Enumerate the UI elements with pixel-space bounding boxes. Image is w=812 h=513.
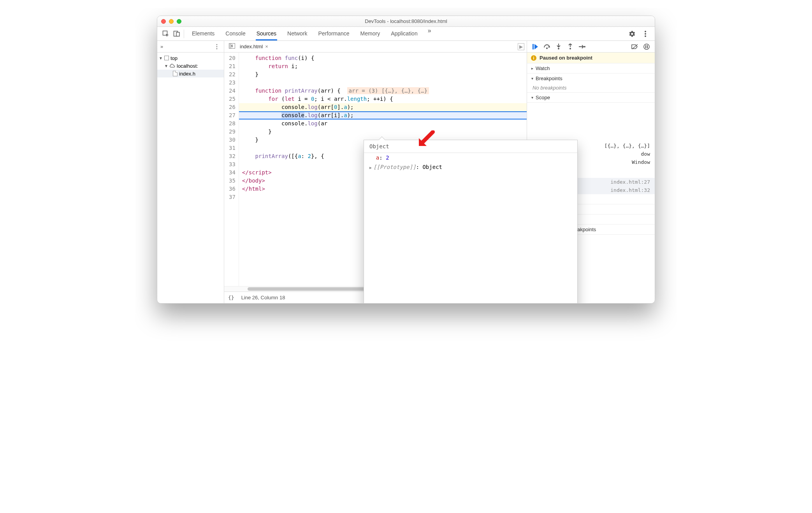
navigator-menu-icon[interactable] [213, 43, 221, 51]
svg-point-15 [584, 46, 585, 47]
tab-application[interactable]: Application [390, 27, 418, 40]
tree-row-file[interactable]: index.h [157, 70, 224, 77]
popup-property-row[interactable]: a: 2 [364, 153, 577, 162]
tab-sources[interactable]: Sources [256, 27, 277, 40]
info-icon: i [531, 55, 536, 61]
svg-point-8 [216, 48, 218, 49]
tree-row-top[interactable]: ▼ top [157, 54, 224, 62]
tab-memory[interactable]: Memory [360, 27, 381, 40]
svg-line-16 [632, 44, 638, 49]
popup-title: Object [364, 140, 577, 153]
cursor-position-label: Line 26, Column 18 [241, 295, 285, 300]
device-toggle-icon[interactable] [173, 30, 181, 38]
kebab-menu-icon[interactable] [642, 30, 649, 38]
svg-rect-18 [645, 45, 646, 48]
line-gutter: 202122232425262728293031323334353637 [224, 53, 239, 286]
file-icon [173, 71, 178, 76]
tab-performance[interactable]: Performance [317, 27, 350, 40]
step-out-button[interactable] [567, 43, 574, 50]
svg-rect-10 [229, 44, 231, 49]
svg-point-5 [645, 35, 646, 37]
frame-icon [164, 56, 169, 60]
devtools-toolbar: Elements Console Sources Network Perform… [157, 27, 655, 41]
deactivate-breakpoints-button[interactable] [631, 43, 638, 50]
paused-banner: i Paused on breakpoint [527, 53, 655, 63]
toggle-debugger-pane-icon[interactable]: ▶ [518, 43, 524, 50]
tab-console[interactable]: Console [225, 27, 246, 40]
resume-button[interactable] [532, 43, 539, 50]
tree-row-origin[interactable]: ▼ localhost: [157, 62, 224, 70]
svg-rect-11 [533, 44, 534, 49]
watch-label: Watch [536, 65, 550, 71]
window-zoom-button[interactable] [177, 19, 181, 24]
pause-on-exceptions-button[interactable] [643, 43, 650, 50]
popup-prototype-row[interactable]: ▶[[Prototype]]: Object [364, 162, 577, 172]
window-minimize-button[interactable] [169, 19, 174, 24]
scope-section[interactable]: ▾ Scope [527, 93, 655, 103]
tree-top-label: top [170, 55, 178, 61]
file-tab-label: index.html [240, 44, 263, 49]
window-title: DevTools - localhost:8080/index.html [365, 18, 447, 24]
svg-point-12 [546, 47, 548, 49]
caret-down-icon: ▼ [159, 56, 163, 60]
file-tree: ▼ top ▼ localhost: index.h [157, 53, 224, 79]
step-into-button[interactable] [555, 43, 562, 50]
svg-point-17 [644, 44, 649, 49]
toggle-navigator-icon[interactable] [227, 43, 237, 50]
devtools-window: DevTools - localhost:8080/index.html Ele… [157, 16, 655, 304]
svg-rect-2 [176, 32, 179, 36]
tab-network[interactable]: Network [286, 27, 308, 40]
breakpoints-section[interactable]: ▾ Breakpoints No breakpoints [527, 74, 655, 93]
watch-section[interactable]: ▸ Watch [527, 63, 655, 74]
svg-point-14 [569, 48, 571, 49]
caret-down-icon: ▼ [164, 64, 168, 68]
titlebar: DevTools - localhost:8080/index.html [157, 16, 655, 27]
svg-point-6 [216, 44, 218, 45]
svg-point-7 [216, 46, 218, 47]
navigator-panel: » ▼ top ▼ localhost: [157, 41, 224, 303]
scope-label: Scope [536, 95, 550, 100]
tree-origin-label: localhost: [177, 63, 198, 69]
pretty-print-button[interactable]: {} [228, 295, 234, 300]
svg-point-13 [558, 48, 559, 49]
breakpoints-label: Breakpoints [536, 76, 562, 81]
close-tab-icon[interactable]: × [265, 44, 268, 49]
paused-text: Paused on breakpoint [540, 55, 592, 61]
caret-right-icon: ▶ [369, 165, 373, 170]
tabs-overflow-button[interactable]: » [428, 27, 431, 40]
inspect-element-icon[interactable] [162, 30, 170, 38]
svg-point-3 [645, 31, 646, 32]
step-over-button[interactable] [543, 43, 550, 50]
annotation-arrow-icon [417, 130, 435, 148]
file-tab[interactable]: index.html × [237, 44, 271, 49]
svg-rect-19 [647, 45, 648, 48]
settings-gear-icon[interactable] [628, 30, 636, 38]
tree-file-label: index.h [179, 71, 195, 77]
window-close-button[interactable] [161, 19, 166, 24]
caret-right-icon: ▸ [530, 66, 534, 70]
panel-tabs: Elements Console Sources Network Perform… [191, 27, 628, 40]
svg-point-4 [645, 33, 646, 35]
caret-down-icon: ▾ [530, 95, 534, 100]
caret-down-icon: ▾ [530, 76, 534, 81]
debugger-toolbar [527, 41, 655, 53]
step-button[interactable] [578, 43, 585, 50]
traffic-lights [161, 19, 181, 24]
preview-popup: Object a: 2 ▶[[Prototype]]: Object [364, 140, 578, 304]
tab-elements[interactable]: Elements [191, 27, 215, 40]
navigator-overflow-button[interactable]: » [160, 44, 163, 49]
breakpoints-empty: No breakpoints [527, 83, 655, 92]
cloud-icon [170, 63, 175, 69]
